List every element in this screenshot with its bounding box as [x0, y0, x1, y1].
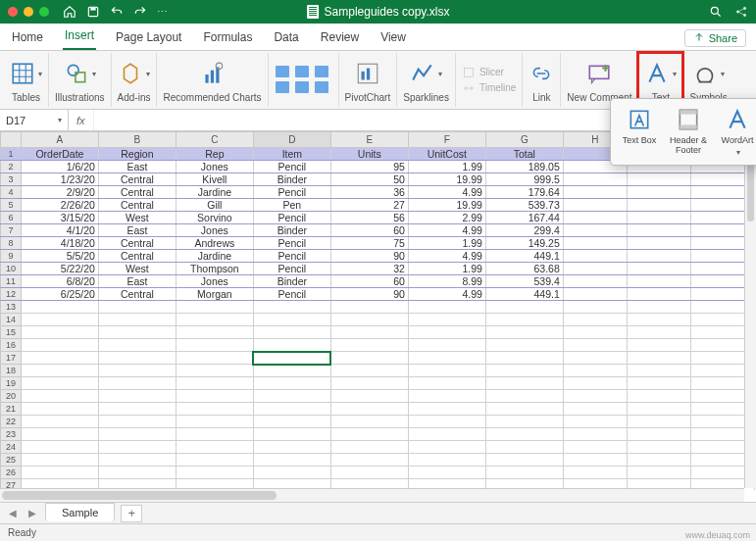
cell[interactable] [627, 326, 690, 339]
cell[interactable]: Pencil [253, 186, 330, 199]
home-icon[interactable] [63, 5, 76, 19]
cell[interactable] [253, 377, 330, 390]
cell[interactable] [98, 339, 176, 352]
cell[interactable] [253, 428, 330, 441]
cell[interactable] [563, 199, 627, 212]
cell[interactable] [485, 326, 563, 339]
cell[interactable] [563, 441, 627, 454]
cell[interactable] [176, 390, 253, 403]
cell[interactable] [330, 454, 408, 467]
cell[interactable]: Central [98, 199, 176, 212]
cell[interactable] [98, 403, 176, 416]
sheet-nav-prev[interactable]: ◀ [6, 507, 20, 520]
row-header-26[interactable]: 26 [1, 467, 22, 479]
row-header-10[interactable]: 10 [1, 263, 22, 275]
cell[interactable]: 36 [330, 186, 408, 199]
cell[interactable]: Kivell [176, 173, 253, 186]
cell[interactable]: East [98, 224, 176, 237]
cell[interactable] [408, 314, 485, 326]
cell[interactable]: Gill [176, 199, 253, 212]
tab-data[interactable]: Data [272, 25, 300, 50]
cell[interactable] [627, 199, 690, 212]
row-header-18[interactable]: 18 [1, 365, 22, 377]
share-button[interactable]: Share [684, 29, 746, 47]
cell[interactable] [21, 314, 98, 326]
cell[interactable] [253, 390, 330, 403]
cell[interactable] [176, 339, 253, 352]
cell[interactable] [485, 365, 563, 377]
cell[interactable] [253, 326, 330, 339]
cell[interactable]: Pencil [253, 212, 330, 224]
cell[interactable] [330, 326, 408, 339]
cell[interactable] [627, 390, 690, 403]
save-icon[interactable] [86, 5, 100, 19]
cell[interactable] [21, 326, 98, 339]
spreadsheet-grid[interactable]: ABCDEFGHIJ1OrderDateRegionRepItemUnitsUn… [0, 131, 756, 490]
cell[interactable] [563, 352, 627, 365]
row-header-22[interactable]: 22 [1, 416, 22, 428]
cell[interactable]: East [98, 161, 176, 173]
cell[interactable]: Jones [176, 275, 253, 288]
cell[interactable]: Jardine [176, 250, 253, 263]
group-charts[interactable] [269, 53, 339, 107]
cell[interactable] [176, 441, 253, 454]
select-all-corner[interactable] [1, 132, 22, 148]
col-header-E[interactable]: E [330, 132, 408, 148]
row-header-24[interactable]: 24 [1, 441, 22, 454]
row-header-21[interactable]: 21 [1, 403, 22, 416]
cell[interactable]: 167.44 [485, 212, 563, 224]
row-header-11[interactable]: 11 [1, 275, 22, 288]
cell[interactable] [627, 339, 690, 352]
horizontal-scrollbar[interactable] [0, 488, 744, 502]
cell[interactable] [21, 365, 98, 377]
cell[interactable] [176, 454, 253, 467]
cell[interactable] [330, 403, 408, 416]
cell[interactable] [563, 275, 627, 288]
cell[interactable] [21, 416, 98, 428]
cell[interactable]: 4/1/20 [21, 224, 98, 237]
cell[interactable]: 299.4 [485, 224, 563, 237]
cell[interactable]: 75 [330, 237, 408, 250]
cell[interactable] [253, 352, 330, 365]
cell[interactable] [485, 377, 563, 390]
cell[interactable]: 8.99 [408, 275, 485, 288]
cell[interactable] [563, 186, 627, 199]
cell[interactable] [330, 314, 408, 326]
cell[interactable] [627, 377, 690, 390]
cell[interactable] [98, 301, 176, 314]
cell[interactable] [627, 352, 690, 365]
cell[interactable] [563, 301, 627, 314]
cell[interactable]: Central [98, 173, 176, 186]
cell[interactable] [253, 301, 330, 314]
cell[interactable] [176, 467, 253, 479]
cell[interactable] [563, 428, 627, 441]
tab-formulas[interactable]: Formulas [201, 25, 254, 50]
row-header-16[interactable]: 16 [1, 339, 22, 352]
cell[interactable]: Jones [176, 224, 253, 237]
cell[interactable]: 4/18/20 [21, 237, 98, 250]
cell[interactable] [253, 441, 330, 454]
cell[interactable] [330, 301, 408, 314]
table-header-cell[interactable]: OrderDate [21, 148, 98, 161]
cell[interactable] [176, 314, 253, 326]
row-header-3[interactable]: 3 [1, 173, 22, 186]
cell[interactable] [563, 237, 627, 250]
cell[interactable] [563, 250, 627, 263]
row-header-12[interactable]: 12 [1, 288, 22, 301]
row-header-14[interactable]: 14 [1, 314, 22, 326]
group-tables[interactable]: ▾ Tables [4, 53, 49, 107]
cell[interactable] [563, 263, 627, 275]
cell[interactable] [485, 390, 563, 403]
qat-more-icon[interactable]: ⋯ [157, 6, 168, 19]
cell[interactable] [21, 454, 98, 467]
cell[interactable] [485, 339, 563, 352]
cell[interactable] [330, 416, 408, 428]
cell[interactable]: 2/26/20 [21, 199, 98, 212]
row-header-1[interactable]: 1 [1, 148, 22, 161]
cell[interactable] [563, 326, 627, 339]
row-header-13[interactable]: 13 [1, 301, 22, 314]
cell[interactable] [253, 467, 330, 479]
cell[interactable]: 1.99 [408, 161, 485, 173]
col-header-D[interactable]: D [253, 132, 330, 148]
close-window[interactable] [8, 7, 18, 17]
